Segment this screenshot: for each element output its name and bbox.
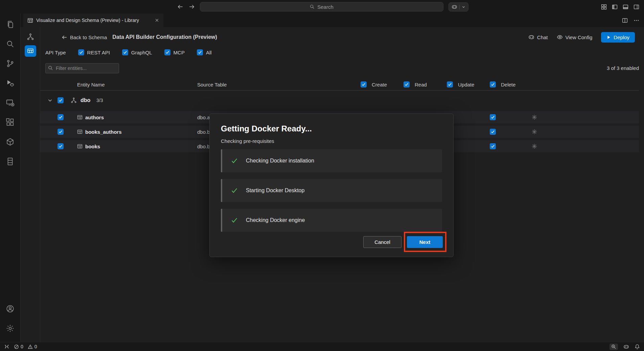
checkbox-checked-icon[interactable] xyxy=(122,49,128,55)
delete-checkbox[interactable] xyxy=(490,129,496,135)
api-type-filter-row: API Type REST API GraphQL MCP All xyxy=(45,46,212,59)
row-checkbox[interactable] xyxy=(58,114,64,120)
back-to-schema-button[interactable]: Back to Schema xyxy=(62,34,107,40)
check-icon xyxy=(231,187,238,194)
customize-layout-icon[interactable] xyxy=(601,4,607,10)
option-label: REST API xyxy=(87,50,110,55)
nav-history-group xyxy=(177,0,195,14)
chevron-down-icon[interactable] xyxy=(47,98,53,103)
filter-option-mcp[interactable]: MCP xyxy=(164,49,185,55)
search-view-icon[interactable] xyxy=(2,36,18,52)
source-control-icon[interactable] xyxy=(2,55,18,72)
back-label: Back to Schema xyxy=(70,34,107,40)
entity-name: authors xyxy=(85,115,104,120)
entity-name: books xyxy=(85,144,100,149)
container-tools-icon[interactable] xyxy=(2,134,18,150)
select-all-create-checkbox[interactable] xyxy=(361,81,367,87)
delete-checkbox[interactable] xyxy=(490,114,496,120)
select-all-update-checkbox[interactable] xyxy=(447,81,453,87)
extensions-icon[interactable] xyxy=(2,114,18,130)
col-update: Update xyxy=(458,81,474,87)
dialog-title: Getting Docker Ready... xyxy=(221,124,442,133)
more-actions-icon[interactable] xyxy=(634,18,639,23)
back-arrow-icon[interactable] xyxy=(177,4,183,10)
zoom-indicator-icon[interactable] xyxy=(610,344,618,350)
run-debug-icon[interactable] xyxy=(2,75,18,91)
close-tab-icon[interactable] xyxy=(155,18,159,23)
filter-option-graphql[interactable]: GraphQL xyxy=(122,49,152,55)
search-command-center[interactable]: Search xyxy=(200,2,443,11)
editor-actions xyxy=(622,14,644,27)
warnings-indicator[interactable]: 0 xyxy=(28,344,37,349)
checkbox-checked-icon[interactable] xyxy=(78,49,84,55)
errors-indicator[interactable]: 0 xyxy=(14,344,23,349)
tab-label: Visualize and Design Schema (Preview) - … xyxy=(36,18,152,23)
account-icon[interactable] xyxy=(2,301,18,317)
arrow-left-icon xyxy=(62,34,67,40)
row-settings-gear-icon[interactable] xyxy=(531,143,537,149)
row-settings-gear-icon[interactable] xyxy=(531,129,537,135)
group-checkbox[interactable] xyxy=(58,97,64,103)
explorer-icon[interactable] xyxy=(2,16,18,32)
checkbox-checked-icon[interactable] xyxy=(197,49,203,55)
hierarchy-icon xyxy=(71,97,77,103)
status-bar: 0 0 xyxy=(0,342,644,351)
table-icon xyxy=(77,144,83,149)
remote-indicator-icon[interactable] xyxy=(4,344,9,349)
dialog-actions: Cancel Next xyxy=(363,236,443,248)
filter-entities-input[interactable] xyxy=(45,63,119,73)
forward-arrow-icon[interactable] xyxy=(189,4,195,10)
toggle-panel-icon[interactable] xyxy=(623,4,628,10)
option-label: All xyxy=(206,50,212,55)
search-label: Search xyxy=(317,4,334,10)
table-icon xyxy=(77,129,83,134)
database-projects-icon[interactable] xyxy=(2,153,18,170)
deploy-button[interactable]: Deploy xyxy=(601,32,635,43)
table-icon xyxy=(77,115,83,120)
filter-option-all[interactable]: All xyxy=(197,49,212,55)
view-config-button[interactable]: View Config xyxy=(557,34,593,40)
step-docker-engine: Checking Docker engine xyxy=(221,209,442,232)
row-checkbox[interactable] xyxy=(58,129,64,135)
activity-bar xyxy=(0,14,21,342)
eye-icon xyxy=(557,34,563,40)
col-entity-name: Entity Name xyxy=(77,81,105,87)
checkbox-checked-icon[interactable] xyxy=(164,49,170,55)
chevron-down-icon xyxy=(462,5,465,9)
row-settings-gear-icon[interactable] xyxy=(531,114,537,120)
filter-option-rest-api[interactable]: REST API xyxy=(78,49,110,55)
select-all-read-checkbox[interactable] xyxy=(404,81,410,87)
chat-button[interactable]: Chat xyxy=(528,34,548,40)
delete-checkbox[interactable] xyxy=(490,143,496,149)
row-checkbox[interactable] xyxy=(58,143,64,149)
copilot-menu-button[interactable] xyxy=(448,2,468,11)
next-button[interactable]: Next xyxy=(407,236,443,248)
toggle-primary-sidebar-icon[interactable] xyxy=(612,4,618,10)
remote-explorer-icon[interactable] xyxy=(2,95,18,111)
step-label: Checking Docker installation xyxy=(246,158,314,164)
tab-visualize-schema[interactable]: Visualize and Design Schema (Preview) - … xyxy=(23,14,163,27)
deploy-label: Deploy xyxy=(614,34,629,40)
table-header: Entity Name Source Table Create Read Upd… xyxy=(40,78,639,91)
error-count: 0 xyxy=(21,344,23,349)
error-circle-slash-icon xyxy=(14,344,19,349)
cancel-button[interactable]: Cancel xyxy=(363,236,401,248)
split-editor-icon[interactable] xyxy=(622,18,628,23)
step-docker-installation: Checking Docker installation xyxy=(221,149,442,172)
play-icon xyxy=(606,35,611,40)
bell-icon[interactable] xyxy=(635,344,640,349)
titlebar: Search xyxy=(0,0,644,14)
settings-gear-icon[interactable] xyxy=(2,320,18,336)
col-source-table: Source Table xyxy=(197,81,227,87)
copilot-status-icon[interactable] xyxy=(623,344,629,350)
group-count: 3/3 xyxy=(96,98,103,103)
select-all-delete-checkbox[interactable] xyxy=(490,81,496,87)
warning-triangle-icon xyxy=(28,344,33,349)
toggle-secondary-sidebar-icon[interactable] xyxy=(634,4,639,10)
webview-icon-strip xyxy=(21,27,40,342)
col-delete: Delete xyxy=(501,81,515,87)
schema-view-icon[interactable] xyxy=(25,31,36,43)
dab-config-view-icon[interactable] xyxy=(25,45,36,57)
tab-bar: Visualize and Design Schema (Preview) - … xyxy=(21,14,644,27)
entity-filter-box xyxy=(45,63,119,73)
